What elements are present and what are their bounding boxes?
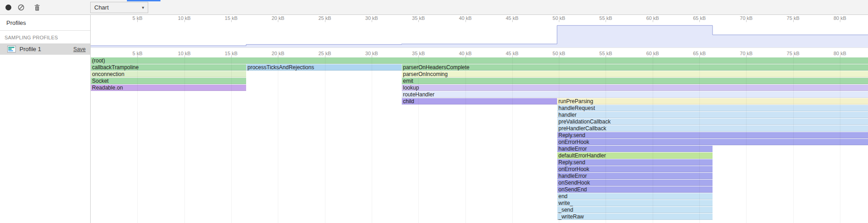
ruler-label: 20 kB (272, 15, 284, 21)
ruler-label: 15 kB (225, 15, 238, 21)
flame-bar[interactable]: preHandlerCallback (557, 125, 868, 132)
ruler-label: 35 kB (412, 15, 425, 21)
flame-row: handler (91, 112, 868, 119)
ruler-label: 15 kB (225, 51, 238, 56)
profile-row[interactable]: Profile 1 Save (0, 43, 90, 55)
view-select-value: Chart (94, 4, 109, 11)
ruler-label: 50 kB (553, 51, 565, 56)
flame-row: write_ (91, 200, 868, 207)
ruler-label: 35 kB (412, 51, 425, 56)
flame-bar[interactable]: Socket (91, 78, 246, 84)
ruler-label: 45 kB (506, 15, 519, 21)
clear-profiles-button[interactable] (15, 1, 27, 14)
flame-row: onErrorHook (91, 139, 868, 146)
flame-bar[interactable]: Readable.on (91, 85, 246, 91)
flame-bar[interactable]: onErrorHook (557, 139, 868, 145)
save-profile-link[interactable]: Save (73, 46, 86, 52)
profile-name: Profile 1 (19, 46, 73, 52)
flame-bar[interactable]: onErrorHook (557, 166, 713, 172)
overview-chart (91, 22, 868, 47)
flame-row: _writeRaw (91, 214, 868, 220)
flame-bar[interactable]: onconnection (91, 71, 246, 77)
ruler-label: 10 kB (178, 51, 191, 56)
flame-bar[interactable]: parserOnIncoming (402, 71, 868, 77)
ruler-label: 70 kB (740, 15, 752, 21)
flame-row: Socketemit (91, 78, 868, 85)
flame-row: defaultErrorHandler (91, 152, 868, 159)
ruler-label: 50 kB (553, 15, 565, 21)
flame-bar[interactable]: runPreParsing (557, 98, 868, 104)
flame-row: handleRequest (91, 105, 868, 112)
circle-slash-icon (18, 4, 24, 11)
ruler-label: 10 kB (178, 15, 191, 21)
ruler-label: 65 kB (693, 51, 706, 56)
ruler-label: 65 kB (693, 15, 706, 21)
flame-row: onSendHook (91, 180, 868, 186)
flame-row: end (91, 193, 868, 200)
flame-row: Reply.send (91, 159, 868, 166)
ruler-label: 60 kB (646, 15, 659, 21)
flame-row: Reply.send (91, 132, 868, 139)
flame-bar[interactable]: routeHandler (402, 91, 868, 98)
flame-row: onconnectionparserOnIncoming (91, 71, 868, 78)
flame-bar[interactable]: emit (402, 78, 868, 84)
flame-bar[interactable]: Reply.send (557, 132, 868, 138)
flame-bar[interactable]: handleError (557, 173, 713, 179)
ruler-label: 40 kB (459, 51, 471, 56)
flame-bar[interactable]: _writeRaw (557, 214, 713, 220)
view-select[interactable]: Chart ▾ (90, 2, 148, 13)
ruler-label: 30 kB (365, 51, 378, 56)
flame-bar[interactable]: (root) (91, 57, 868, 64)
chevron-down-icon: ▾ (142, 5, 144, 10)
flame-row: onSendEnd (91, 186, 868, 193)
active-tab-indicator (127, 0, 160, 1)
ruler-label: 70 kB (740, 51, 752, 56)
ruler-mid: 5 kB10 kB15 kB20 kB25 kB30 kB35 kB40 kB4… (91, 48, 868, 57)
flame-bar[interactable]: onSendEnd (557, 186, 713, 193)
sampling-profiles-label: SAMPLING PROFILES (0, 31, 90, 43)
flame-bar[interactable]: preValidationCallback (557, 119, 868, 125)
flame-row: preValidationCallback (91, 119, 868, 125)
flame-row: (root) (91, 57, 868, 64)
ruler-label: 60 kB (646, 51, 659, 56)
flame-row: childrunPreParsing (91, 98, 868, 105)
flame-row: preHandlerCallback (91, 125, 868, 132)
flame-bar[interactable]: Reply.send (557, 159, 713, 166)
record-icon (5, 5, 11, 10)
record-allocation-button[interactable] (2, 1, 15, 14)
flame-bar[interactable]: end (557, 193, 713, 199)
flame-bar[interactable]: handleError (557, 146, 713, 152)
ruler-label: 80 kB (834, 15, 846, 21)
flame-bar[interactable]: parserOnHeadersComplete (402, 64, 868, 71)
sidebar-title: Profiles (0, 15, 90, 30)
flame-graph: (root)callbackTrampolineprocessTicksAndR… (91, 57, 868, 223)
flame-bar[interactable]: handleRequest (557, 105, 868, 111)
flame-row: _send (91, 207, 868, 214)
flame-bar[interactable]: handler (557, 112, 868, 118)
allocation-overview[interactable] (91, 22, 868, 48)
devtools-memory-panel: Chart ▾ Profiles SAMPLING PROFILES Profi… (0, 0, 868, 223)
flame-bar[interactable]: processTicksAndRejections (246, 64, 402, 71)
flame-row: onErrorHook (91, 166, 868, 173)
ruler-label: 55 kB (599, 15, 612, 21)
flame-bar[interactable]: child (402, 98, 557, 104)
delete-profile-button[interactable] (31, 1, 43, 14)
flame-row: Readable.onlookup (91, 85, 868, 91)
flame-bar[interactable]: defaultErrorHandler (557, 152, 713, 159)
ruler-label: 5 kB (132, 15, 142, 21)
ruler-label: 80 kB (834, 51, 846, 56)
trash-icon (34, 4, 40, 11)
flame-bar[interactable]: lookup (402, 85, 868, 91)
ruler-label: 45 kB (506, 51, 519, 56)
ruler-top: 5 kB10 kB15 kB20 kB25 kB30 kB35 kB40 kB4… (91, 15, 868, 22)
flame-bar[interactable]: callbackTrampoline (91, 64, 246, 71)
ruler-label: 25 kB (318, 15, 331, 21)
flame-row: callbackTrampolineprocessTicksAndRejecti… (91, 64, 868, 71)
flame-chart-area: 5 kB10 kB15 kB20 kB25 kB30 kB35 kB40 kB4… (91, 15, 868, 223)
flame-bar[interactable]: write_ (557, 200, 713, 206)
flame-bar[interactable]: onSendHook (557, 180, 713, 186)
overview-area (91, 25, 868, 47)
flame-bar[interactable]: _send (557, 207, 713, 213)
ruler-label: 20 kB (272, 51, 284, 56)
heap-profile-icon (7, 46, 16, 52)
